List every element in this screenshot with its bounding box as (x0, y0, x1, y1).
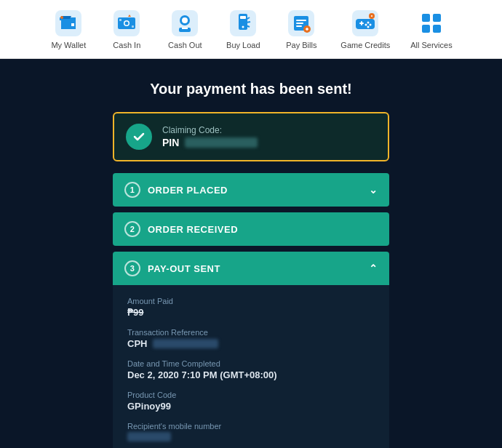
product-value: GPinoy99 (127, 401, 375, 412)
claiming-code-box: Claiming Code: PIN (113, 112, 389, 161)
svg-rect-21 (296, 25, 302, 27)
svg-point-28 (370, 24, 372, 26)
buy-load-icon (228, 9, 258, 38)
svg-point-16 (242, 26, 244, 28)
nav-item-all-services[interactable]: All Services (400, 6, 462, 52)
pay-bills-icon (287, 9, 316, 38)
nav-label-my-wallet: My Wallet (51, 41, 86, 49)
transaction-row: Transaction Reference CPH (127, 328, 375, 349)
check-circle-icon (126, 124, 152, 150)
amount-row: Amount Paid ₱99 (127, 297, 375, 318)
svg-rect-12 (182, 28, 188, 29)
step-3-label: PAY-OUT SENT (148, 263, 220, 274)
step-3-circle: 3 (124, 260, 140, 276)
amount-label: Amount Paid (127, 297, 375, 305)
nav-label-cash-out: Cash Out (168, 41, 202, 49)
accordion-order-received: 2 ORDER RECEIVED (113, 212, 389, 246)
claiming-pin: PIN (162, 137, 258, 148)
recipient-row: Recipient's mobile number (127, 422, 375, 441)
all-services-icon (417, 9, 446, 38)
recipient-value (127, 432, 375, 441)
nav-label-pay-bills: Pay Bills (286, 41, 316, 49)
nav-item-pay-bills[interactable]: Pay Bills (272, 6, 330, 52)
transaction-label: Transaction Reference (127, 328, 375, 337)
step-1-circle: 1 (124, 182, 140, 198)
claiming-label: Claiming Code: (162, 125, 258, 135)
svg-rect-26 (361, 21, 362, 25)
step-1-label: ORDER PLACED (148, 185, 228, 196)
nav-item-cash-in[interactable]: Cash In (97, 6, 156, 52)
nav-item-cash-out[interactable]: Cash Out (156, 6, 214, 52)
accordion-header-payout-sent[interactable]: 3 PAY-OUT SENT ⌃ (113, 252, 389, 285)
payout-details: Amount Paid ₱99 Transaction Reference CP… (113, 285, 389, 448)
product-label: Product Code (127, 391, 375, 399)
svg-rect-7 (132, 25, 134, 28)
nav-label-all-services: All Services (410, 41, 452, 49)
datetime-row: Date and Time Completed Dec 2, 2020 7:10… (127, 359, 375, 380)
svg-point-1 (60, 16, 63, 19)
amount-value: ₱99 (127, 307, 375, 318)
svg-point-10 (182, 17, 188, 23)
main-content: Your payment has been sent! Claiming Cod… (0, 59, 502, 448)
nav-item-my-wallet[interactable]: My Wallet (39, 6, 97, 52)
recipient-label: Recipient's mobile number (127, 422, 375, 431)
wallet-icon (54, 9, 83, 38)
svg-rect-19 (296, 20, 306, 21)
datetime-value: Dec 2, 2020 7:10 PM (GMT+08:00) (127, 369, 375, 380)
datetime-label: Date and Time Completed (127, 359, 375, 368)
step-2-circle: 2 (124, 221, 140, 237)
accordion-header-order-received[interactable]: 2 ORDER RECEIVED (113, 212, 389, 246)
nav-item-buy-load[interactable]: Buy Load (214, 6, 272, 52)
cash-in-icon (112, 9, 141, 38)
svg-rect-34 (422, 25, 430, 33)
pin-value-blur (185, 137, 258, 148)
nav-label-cash-in: Cash In (113, 41, 140, 49)
svg-point-5 (125, 22, 129, 25)
svg-point-30 (367, 26, 370, 28)
svg-rect-32 (422, 14, 430, 22)
claiming-text: Claiming Code: PIN (162, 125, 258, 148)
accordion-list: 1 ORDER PLACED ⌄ 2 ORDER RECEIVED (113, 173, 389, 448)
step-1-chevron-icon: ⌄ (369, 184, 378, 196)
cash-out-icon (170, 9, 199, 38)
game-credits-icon (351, 9, 380, 38)
svg-point-29 (365, 24, 367, 26)
nav-item-game-credits[interactable]: Game Credits (330, 6, 400, 52)
svg-rect-20 (296, 23, 303, 24)
svg-rect-33 (433, 14, 441, 22)
svg-point-27 (367, 22, 370, 24)
svg-rect-35 (433, 25, 441, 33)
nav-label-game-credits: Game Credits (340, 41, 390, 49)
top-navigation: My Wallet Cash In Cash (0, 0, 502, 59)
payment-title: Your payment has been sent! (150, 81, 351, 97)
transaction-value: CPH (127, 338, 375, 349)
step-2-label: ORDER RECEIVED (148, 224, 238, 235)
product-row: Product Code GPinoy99 (127, 391, 375, 412)
accordion-order-placed: 1 ORDER PLACED ⌄ (113, 173, 389, 207)
step-3-chevron-icon: ⌃ (369, 263, 378, 274)
accordion-header-order-placed[interactable]: 1 ORDER PLACED ⌄ (113, 173, 389, 207)
svg-rect-6 (119, 19, 121, 21)
transaction-blur (153, 339, 218, 348)
accordion-payout-sent: 3 PAY-OUT SENT ⌃ Amount Paid ₱99 Transac… (113, 252, 389, 448)
recipient-blur (127, 432, 171, 441)
svg-rect-15 (240, 16, 246, 19)
nav-label-buy-load: Buy Load (226, 41, 260, 49)
